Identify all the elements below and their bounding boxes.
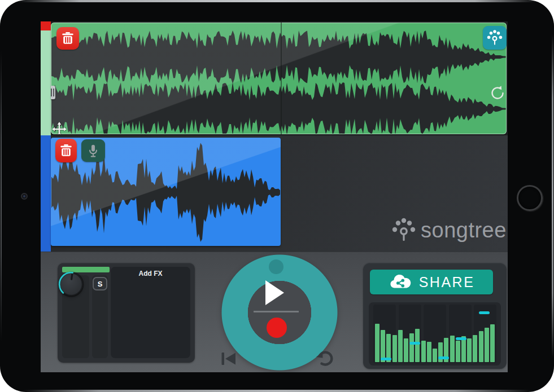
tablet-edge-right <box>552 34 553 358</box>
home-button[interactable] <box>517 185 543 211</box>
add-fx-panel[interactable]: Add FX <box>111 267 190 358</box>
move-cross-icon <box>52 122 67 134</box>
eq-bar <box>421 341 426 362</box>
songtree-logo: songtree <box>391 215 507 245</box>
share-button[interactable]: SHARE <box>370 270 493 294</box>
eq-bar <box>409 333 414 362</box>
loop-delete-button[interactable] <box>56 27 79 50</box>
trim-handle[interactable] <box>51 86 55 99</box>
skip-to-start-button[interactable] <box>220 351 237 366</box>
eq-bar <box>485 328 489 362</box>
transport-divider <box>254 311 299 312</box>
eq-bar <box>392 335 397 362</box>
eq-bar <box>456 341 460 362</box>
loop-publish-button[interactable] <box>483 26 507 50</box>
eq-marker <box>456 337 466 340</box>
eq-bar <box>404 338 408 362</box>
eq-bar <box>479 331 483 362</box>
knob-icon <box>58 271 85 298</box>
songtree-icon <box>486 29 503 46</box>
tablet-edge-top <box>17 0 537 2</box>
play-button[interactable] <box>265 280 284 305</box>
undo-icon <box>490 85 505 100</box>
record-button[interactable] <box>267 318 287 338</box>
share-button-label: SHARE <box>419 274 475 290</box>
solo-button[interactable]: S <box>93 277 107 290</box>
mixer-panel: S Add FX <box>58 263 195 363</box>
eq-display <box>369 302 501 365</box>
loop-clip-gloss <box>51 23 507 134</box>
loop-move-handle[interactable] <box>52 122 67 134</box>
eq-bar <box>450 336 455 362</box>
volume-knob[interactable] <box>58 271 85 298</box>
eq-bar <box>490 324 495 362</box>
eq-marker <box>409 342 420 345</box>
eq-bar <box>415 329 420 362</box>
record-indicator-strip <box>41 21 51 30</box>
microphone-icon <box>86 143 101 158</box>
eq-bar <box>473 335 477 362</box>
tablet-frame: songtree <box>0 0 554 392</box>
loop-undo-button[interactable] <box>490 85 505 100</box>
songtree-logo-text: songtree <box>421 218 507 243</box>
tablet-edge-bottom <box>23 390 531 392</box>
eq-marker <box>438 356 449 359</box>
songtree-logo-icon <box>391 217 417 243</box>
transport-indicator-dot <box>269 259 283 274</box>
control-panel: S Add FX <box>41 252 508 372</box>
eq-bar <box>375 324 379 362</box>
recording-clip[interactable] <box>51 138 281 246</box>
loop-boundary-line <box>281 23 282 134</box>
eq-bar <box>433 349 437 362</box>
loop-clip[interactable] <box>51 23 507 134</box>
app-screen: songtree <box>41 21 508 372</box>
eq-bar <box>467 338 472 362</box>
undo-icon <box>315 349 334 366</box>
undo-button[interactable] <box>315 349 334 366</box>
trash-icon <box>59 143 73 158</box>
tablet-edge-left <box>1 51 2 341</box>
recording-mic-button[interactable] <box>81 139 105 162</box>
eq-bar <box>427 342 431 362</box>
eq-bar <box>398 330 403 362</box>
share-panel: SHARE <box>363 263 507 369</box>
trash-icon <box>60 31 75 46</box>
loop-track-color-strip <box>41 30 51 135</box>
eq-marker <box>479 311 490 314</box>
recording-delete-button[interactable] <box>55 139 77 162</box>
skip-to-start-icon <box>220 351 237 366</box>
recording-track-color-strip <box>41 135 51 252</box>
front-camera <box>21 193 28 200</box>
eq-marker <box>381 358 391 360</box>
cloud-share-icon <box>389 274 412 290</box>
